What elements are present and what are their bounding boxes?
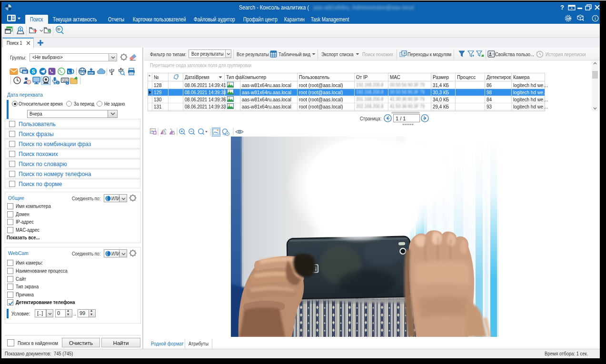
svg-text:IM: IM <box>23 70 27 74</box>
svg-text:i: i <box>57 81 58 84</box>
svg-text:L: L <box>68 69 71 74</box>
svg-text:HTTP: HTTP <box>79 70 85 73</box>
svg-text:S: S <box>32 69 35 74</box>
svg-text:ID: ID <box>57 28 60 31</box>
svg-text:FTP: FTP <box>89 72 94 75</box>
svg-text:API: API <box>567 17 571 20</box>
